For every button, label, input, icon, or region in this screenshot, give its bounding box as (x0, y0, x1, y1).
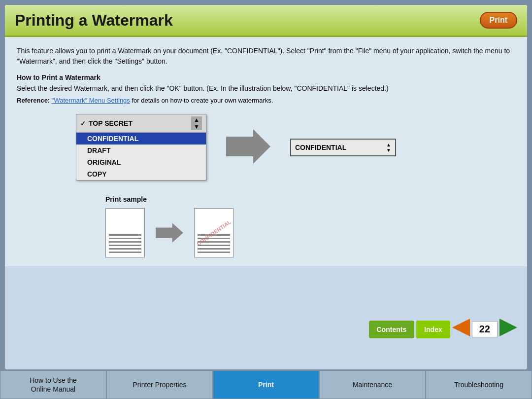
reference-line: Reference: "Watermark" Menu Settings for… (17, 97, 515, 104)
dropdown-item-original[interactable]: ORIGINAL (76, 156, 206, 168)
tab-print[interactable]: Print (213, 370, 319, 399)
print-sample-area: Print sample (105, 195, 515, 257)
wm-doc-line-4 (198, 245, 230, 246)
doc-line-2 (109, 238, 141, 239)
print-sample-label: Print sample (105, 195, 147, 203)
bottom-nav: Contents Index 22 (369, 319, 518, 340)
print-sample-row: CONFIDENTIAL (105, 208, 233, 257)
tab-printer-properties[interactable]: Printer Properties (106, 370, 213, 399)
dropdown-header-content: ✓ TOP SECRET (80, 119, 133, 127)
contents-button[interactable]: Contents (369, 321, 415, 338)
content-body: This feature allows you to print a Water… (5, 37, 527, 266)
page-number: 22 (472, 321, 498, 337)
doc-line-4 (109, 245, 141, 246)
illustration-area: ✓ TOP SECRET ▲ ▼ CONFIDENTIAL DRAFT ORIG… (76, 114, 515, 181)
section-badge: Print (480, 12, 517, 29)
result-scroll-button[interactable]: ▲ ▼ (386, 142, 391, 153)
tab-how-to-use-label: How to Use theOnline Manual (30, 376, 77, 394)
doc-line-6 (109, 252, 141, 253)
dropdown-items-list: CONFIDENTIAL DRAFT ORIGINAL COPY (76, 133, 206, 180)
doc-line-3 (109, 241, 141, 243)
page-title: Printing a Watermark (15, 11, 173, 30)
page-header: Printing a Watermark Print (5, 5, 527, 37)
how-to-title: How to Print a Watermark (17, 73, 515, 81)
reference-suffix: for details on how to create your own wa… (132, 97, 273, 104)
svg-marker-1 (156, 223, 183, 243)
dropdown-header: ✓ TOP SECRET ▲ ▼ (76, 114, 206, 133)
checkmark-icon: ✓ (80, 120, 86, 127)
dropdown-item-confidential[interactable]: CONFIDENTIAL (76, 133, 206, 145)
watermarked-document-icon: CONFIDENTIAL (194, 208, 233, 257)
footer-tabs: How to Use theOnline Manual Printer Prop… (0, 370, 532, 399)
index-button[interactable]: Index (416, 321, 450, 338)
main-container: Printing a Watermark Print This feature … (5, 5, 527, 369)
reference-label: Reference: (17, 97, 50, 104)
tab-troubleshooting[interactable]: Troubleshooting (426, 370, 532, 399)
wm-doc-line-5 (198, 248, 230, 250)
tab-how-to-use[interactable]: How to Use theOnline Manual (0, 370, 106, 399)
tab-maintenance[interactable]: Maintenance (319, 370, 426, 399)
tab-troubleshooting-label: Troubleshooting (454, 380, 503, 389)
intro-text: This feature allows you to print a Water… (17, 46, 515, 67)
arrow-icon (226, 129, 270, 166)
watermark-dropdown[interactable]: ✓ TOP SECRET ▲ ▼ CONFIDENTIAL DRAFT ORIG… (76, 114, 206, 181)
svg-marker-3 (499, 319, 517, 336)
svg-marker-2 (452, 319, 470, 336)
small-arrow-icon (155, 223, 184, 243)
result-value: CONFIDENTIAL (295, 144, 346, 151)
tab-print-label: Print (258, 380, 274, 389)
how-to-desc: Select the desired Watermark, and then c… (17, 83, 515, 94)
tab-printer-properties-label: Printer Properties (133, 380, 187, 389)
tab-maintenance-label: Maintenance (353, 380, 392, 389)
doc-line-1 (109, 234, 141, 236)
result-dropdown[interactable]: CONFIDENTIAL ▲ ▼ (290, 139, 396, 156)
svg-marker-0 (226, 129, 270, 164)
reference-link[interactable]: "Watermark" Menu Settings (52, 97, 130, 104)
original-document-icon (105, 208, 145, 257)
prev-page-button[interactable] (452, 319, 470, 340)
doc-line-5 (109, 248, 141, 250)
dropdown-scroll-button[interactable]: ▲ ▼ (191, 116, 202, 130)
dropdown-item-copy[interactable]: COPY (76, 168, 206, 180)
dropdown-item-draft[interactable]: DRAFT (76, 145, 206, 156)
wm-doc-line-6 (198, 252, 230, 253)
top-secret-label: TOP SECRET (89, 119, 133, 127)
next-page-button[interactable] (499, 319, 517, 340)
